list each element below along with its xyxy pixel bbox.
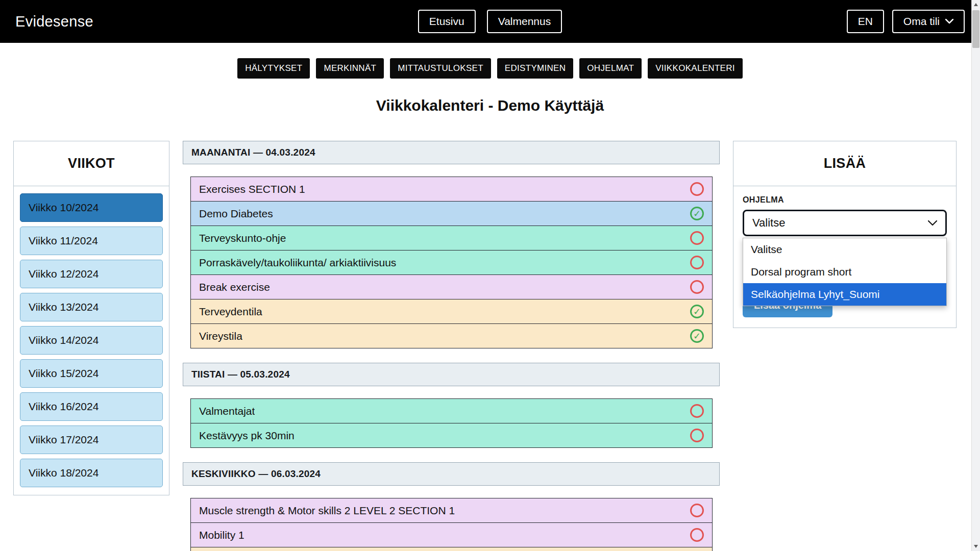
calendar-item-label: Mobility 1 <box>199 529 244 541</box>
status-incomplete-icon[interactable] <box>690 504 704 517</box>
calendar-item[interactable]: Terveydentila <box>190 547 713 551</box>
status-complete-icon[interactable] <box>690 329 704 343</box>
status-incomplete-icon[interactable] <box>690 231 704 245</box>
calendar-item-label: Exercises SECTION 1 <box>199 183 305 195</box>
day-header: TIISTAI — 05.03.2024 <box>183 363 720 386</box>
calendar-item[interactable]: Exercises SECTION 1 <box>190 177 713 202</box>
week-item-12-2024[interactable]: Viikko 12/2024 <box>20 260 163 288</box>
scrollbar[interactable] <box>971 0 980 551</box>
status-incomplete-icon[interactable] <box>690 429 704 442</box>
tab-notes[interactable]: MERKINNÄT <box>316 58 384 79</box>
tab-week-calendar[interactable]: VIIKKOKALENTERI <box>648 58 743 79</box>
calendar-item[interactable]: Valmentajat <box>190 398 713 423</box>
day-header: KESKIVIIKKO — 06.03.2024 <box>183 462 720 486</box>
calendar-item[interactable]: Break exercise <box>190 274 713 299</box>
week-item-10-2024[interactable]: Viikko 10/2024 <box>20 193 163 222</box>
calendar-item-label: Terveyskunto-ohje <box>199 232 286 244</box>
top-navigation: Etusivu Valmennus <box>418 10 562 33</box>
calendar-item[interactable]: Demo Diabetes <box>190 201 713 226</box>
program-select-wrap: Valitse Valitse Dorsal program short Sel… <box>743 210 947 236</box>
account-label: Oma tili <box>903 15 940 28</box>
language-button[interactable]: EN <box>847 10 884 33</box>
day-items: Valmentajat Kestävyys pk 30min <box>190 398 713 448</box>
tab-measurements[interactable]: MITTAUSTULOKSET <box>390 58 491 79</box>
calendar-item[interactable]: Terveydentila <box>190 299 713 324</box>
add-panel-body: OHJELMA Valitse Valitse Dorsal program s… <box>733 186 956 328</box>
calendar-item-label: Muscle strength & Motor skills 2 LEVEL 2… <box>199 505 455 517</box>
dropdown-option-dorsal-program-short[interactable]: Dorsal program short <box>743 261 946 283</box>
chevron-down-icon <box>945 19 953 24</box>
calendar-item-label: Demo Diabetes <box>199 208 273 220</box>
week-item-13-2024[interactable]: Viikko 13/2024 <box>20 293 163 321</box>
calendar-item-label: Break exercise <box>199 281 270 293</box>
program-dropdown: Valitse Dorsal program short Selkäohjelm… <box>743 238 947 306</box>
day-group-maanantai: MAANANTAI — 04.03.2024 Exercises SECTION… <box>183 141 720 348</box>
program-field-label: OHJELMA <box>743 195 947 205</box>
week-item-14-2024[interactable]: Viikko 14/2024 <box>20 326 163 355</box>
week-item-18-2024[interactable]: Viikko 18/2024 <box>20 459 163 487</box>
status-incomplete-icon[interactable] <box>690 256 704 269</box>
day-items: Muscle strength & Motor skills 2 LEVEL 2… <box>190 498 713 551</box>
calendar-item-label: Kestävyys pk 30min <box>199 430 295 442</box>
calendar-item-label: Valmentajat <box>199 405 255 417</box>
tab-alerts[interactable]: HÄLYTYKSET <box>237 58 310 79</box>
calendar-item[interactable]: Kestävyys pk 30min <box>190 423 713 448</box>
week-list: Viikko 10/2024 Viikko 11/2024 Viikko 12/… <box>14 186 169 495</box>
scrollbar-thumb[interactable] <box>972 10 979 48</box>
week-item-16-2024[interactable]: Viikko 16/2024 <box>20 392 163 421</box>
dropdown-option-selkaohjelma[interactable]: Selkäohjelma Lyhyt_Suomi <box>743 283 946 306</box>
calendar-item[interactable]: Mobility 1 <box>190 522 713 547</box>
add-panel-title: LISÄÄ <box>733 141 956 186</box>
page-title: Viikkokalenteri - Demo Käyttäjä <box>0 97 980 114</box>
weeks-panel-title: VIIKOT <box>14 141 169 186</box>
main-content: VIIKOT Viikko 10/2024 Viikko 11/2024 Vii… <box>0 141 980 551</box>
nav-coaching-button[interactable]: Valmennus <box>487 10 562 33</box>
status-incomplete-icon[interactable] <box>690 182 704 196</box>
header-right: EN Oma tili <box>562 10 965 33</box>
week-calendar: MAANANTAI — 04.03.2024 Exercises SECTION… <box>183 141 720 551</box>
calendar-item[interactable]: Vireystila <box>190 323 713 348</box>
program-select-value: Valitse <box>752 216 785 230</box>
day-header: MAANANTAI — 04.03.2024 <box>183 141 720 164</box>
scroll-down-arrow-icon[interactable] <box>972 542 980 551</box>
calendar-item[interactable]: Porraskävely/taukoliikunta/ arkiaktiivis… <box>190 250 713 275</box>
week-item-17-2024[interactable]: Viikko 17/2024 <box>20 425 163 454</box>
day-group-keskiviikko: KESKIVIIKKO — 06.03.2024 Muscle strength… <box>183 462 720 551</box>
status-incomplete-icon[interactable] <box>690 280 704 294</box>
top-header: Evidesense Etusivu Valmennus EN Oma tili <box>0 0 980 43</box>
tab-progress[interactable]: EDISTYMINEN <box>497 58 573 79</box>
status-complete-icon[interactable] <box>690 207 704 220</box>
select-chevron-icon <box>928 220 937 226</box>
tab-programs[interactable]: OHJELMAT <box>579 58 642 79</box>
weeks-panel: VIIKOT Viikko 10/2024 Viikko 11/2024 Vii… <box>13 141 169 495</box>
week-item-15-2024[interactable]: Viikko 15/2024 <box>20 359 163 388</box>
calendar-item[interactable]: Muscle strength & Motor skills 2 LEVEL 2… <box>190 498 713 523</box>
day-items: Exercises SECTION 1 Demo Diabetes Tervey… <box>190 177 713 348</box>
dropdown-option-valitse[interactable]: Valitse <box>743 238 946 261</box>
account-menu-button[interactable]: Oma tili <box>892 10 965 33</box>
status-incomplete-icon[interactable] <box>690 528 704 542</box>
status-complete-icon[interactable] <box>690 305 704 318</box>
nav-home-button[interactable]: Etusivu <box>418 10 476 33</box>
calendar-item-label: Terveydentila <box>199 306 262 318</box>
brand-logo[interactable]: Evidesense <box>15 13 418 30</box>
status-incomplete-icon[interactable] <box>690 404 704 418</box>
program-select[interactable]: Valitse <box>743 210 947 236</box>
scroll-up-arrow-icon[interactable] <box>972 0 980 9</box>
calendar-item-label: Vireystila <box>199 330 242 342</box>
section-tabs: HÄLYTYKSET MERKINNÄT MITTAUSTULOKSET EDI… <box>0 58 980 79</box>
calendar-item[interactable]: Terveyskunto-ohje <box>190 226 713 251</box>
calendar-item-label: Porraskävely/taukoliikunta/ arkiaktiivis… <box>199 257 396 269</box>
day-group-tiistai: TIISTAI — 05.03.2024 Valmentajat Kestävy… <box>183 363 720 448</box>
add-panel: LISÄÄ OHJELMA Valitse Valitse Dorsal pro… <box>733 141 957 328</box>
week-item-11-2024[interactable]: Viikko 11/2024 <box>20 227 163 255</box>
